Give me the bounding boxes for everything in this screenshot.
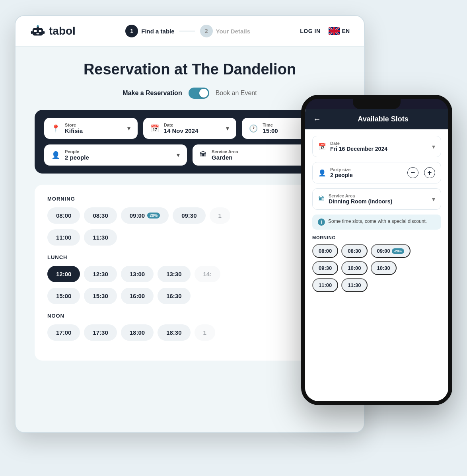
slot-1330[interactable]: 13:30 xyxy=(158,266,190,282)
slots-area: MORNING 08:00 08:30 09:00 20% 09:30 1 11… xyxy=(35,185,345,361)
store-label: Store xyxy=(65,123,123,127)
mobile-party-content: Party size 2 people xyxy=(330,167,403,178)
mobile-date-field[interactable]: 📅 Date Fri 16 December 2024 ▾ xyxy=(312,136,441,157)
people-chevron-icon: ▾ xyxy=(177,151,180,159)
slot-1530[interactable]: 15:30 xyxy=(84,288,117,304)
lang-label: EN xyxy=(342,28,350,34)
mobile-date-content: Date Fri 16 December 2024 xyxy=(330,141,428,152)
morning-row-2: 11:00 11:30 xyxy=(47,229,332,246)
svg-rect-6 xyxy=(31,31,33,34)
app-header: tabol 1 Find a table 2 Your Details xyxy=(16,16,364,47)
svg-rect-2 xyxy=(39,30,41,32)
mode-toggle[interactable] xyxy=(189,88,209,99)
mobile-slot-0930[interactable]: 09:30 xyxy=(312,261,338,275)
slot-1230[interactable]: 12:30 xyxy=(84,266,117,282)
mobile-morning-title: MORNING xyxy=(312,235,441,240)
scene: tabol 1 Find a table 2 Your Details xyxy=(15,15,452,461)
mobile-morning-row-2: 09:30 10:00 10:30 xyxy=(312,261,441,275)
slot-0930[interactable]: 09:30 xyxy=(173,207,205,224)
morning-title: MORNING xyxy=(47,196,332,202)
mobile-service-field[interactable]: 🏛 Service Area Dinning Room (Indoors) ▾ xyxy=(312,188,441,210)
noon-section: NOON 17:00 17:30 18:00 18:30 1 xyxy=(47,313,332,341)
steps-indicator: 1 Find a table 2 Your Details xyxy=(88,25,287,37)
date-filter[interactable]: 📅 Date 14 Nov 2024 ▾ xyxy=(143,118,237,139)
phone-notch xyxy=(353,99,401,109)
mobile-date-chevron-icon: ▾ xyxy=(432,143,435,150)
mobile-slot-0830[interactable]: 08:30 xyxy=(341,244,367,258)
slot-1130[interactable]: 11:30 xyxy=(84,229,117,246)
stepper-plus[interactable]: + xyxy=(424,167,435,178)
slot-1100[interactable]: 11:00 xyxy=(47,229,80,246)
mobile-service-label: Service Area xyxy=(329,193,428,198)
date-value: 14 Nov 2024 xyxy=(164,127,222,134)
slot-14-extra[interactable]: 14: xyxy=(195,266,221,282)
toggle-right-label: Book an Event xyxy=(216,90,257,97)
people-filter[interactable]: 👤 People 2 people ▾ xyxy=(44,144,187,166)
people-icon: 👤 xyxy=(51,151,60,160)
filter-bar: 📍 Store Kifisia ▾ 📅 Date 14 Nov 2024 xyxy=(35,110,345,174)
slot-0800[interactable]: 08:00 xyxy=(47,207,80,224)
slot-1630[interactable]: 16:30 xyxy=(158,288,190,304)
mobile-service-icon: 🏛 xyxy=(318,195,325,203)
slot-1600[interactable]: 16:00 xyxy=(121,288,154,304)
toggle-left-label: Make a Reservation xyxy=(123,90,182,97)
mobile-date-value: Fri 16 December 2024 xyxy=(330,146,428,152)
slot-0830[interactable]: 08:30 xyxy=(84,207,117,224)
slot-1800[interactable]: 18:00 xyxy=(121,324,154,341)
mobile-morning-row-1: 08:00 08:30 09:00 -20% xyxy=(312,244,441,258)
people-info: People 2 people xyxy=(65,149,172,161)
stepper-minus[interactable]: − xyxy=(407,167,418,178)
mobile-slot-1030[interactable]: 10:30 xyxy=(371,261,397,275)
step2-circle: 2 xyxy=(200,25,213,37)
slot-1830[interactable]: 18:30 xyxy=(158,324,190,341)
mobile-slot-0900[interactable]: 09:00 -20% xyxy=(371,244,411,258)
store-filter[interactable]: 📍 Store Kifisia ▾ xyxy=(44,118,138,139)
morning-row-1: 08:00 08:30 09:00 20% 09:30 1 xyxy=(47,207,332,224)
mobile-slot-1000[interactable]: 10:00 xyxy=(341,261,367,275)
mobile-slot-1130[interactable]: 11:30 xyxy=(341,278,367,292)
logo: tabol xyxy=(30,23,76,39)
step-1: 1 Find a table xyxy=(125,25,174,37)
step-2: 2 Your Details xyxy=(200,25,250,37)
uk-flag-icon xyxy=(329,27,340,35)
logo-text: tabol xyxy=(49,25,76,37)
step1-circle: 1 xyxy=(125,25,138,37)
header-right: LOG IN EN xyxy=(300,27,350,35)
slot-1700[interactable]: 17:00 xyxy=(47,324,80,341)
location-icon: 📍 xyxy=(51,124,60,133)
slot-0900[interactable]: 09:00 20% xyxy=(121,207,169,224)
people-value: 2 people xyxy=(65,154,172,161)
mobile-badge-0900: -20% xyxy=(392,248,404,254)
mobile-people-icon: 👤 xyxy=(318,169,326,177)
mobile-party-field: 👤 Party size 2 people − + xyxy=(312,162,441,183)
mobile-slot-0800[interactable]: 08:00 xyxy=(312,244,338,258)
noon-title: NOON xyxy=(47,313,332,319)
svg-point-5 xyxy=(37,25,39,27)
mobile-service-content: Service Area Dinning Room (Indoors) xyxy=(329,193,428,205)
lunch-section: LUNCH 12:00 12:30 13:00 13:30 14: 15:00 … xyxy=(47,254,332,304)
mobile-info-banner: i Some time slots, come with a special d… xyxy=(312,215,441,230)
slot-1300[interactable]: 13:00 xyxy=(121,266,154,282)
mobile-service-value: Dinning Room (Indoors) xyxy=(329,198,428,205)
date-info: Date 14 Nov 2024 xyxy=(164,123,222,134)
slot-noon-extra[interactable]: 1 xyxy=(195,324,215,341)
filter-row-1: 📍 Store Kifisia ▾ 📅 Date 14 Nov 2024 xyxy=(44,118,335,139)
slot-extra[interactable]: 1 xyxy=(210,207,230,224)
page-title: Reservation at The Dandelion xyxy=(35,61,345,78)
phone-screen: ← Available Slots 📅 Date Fri 16 December… xyxy=(305,109,448,401)
mobile-calendar-icon: 📅 xyxy=(318,143,326,150)
language-selector[interactable]: EN xyxy=(329,27,350,35)
mobile-slot-1100[interactable]: 11:00 xyxy=(312,278,338,292)
slot-1200[interactable]: 12:00 xyxy=(47,266,80,282)
mobile-service-chevron-icon: ▾ xyxy=(432,195,435,203)
mobile-stepper: − + xyxy=(407,167,435,178)
back-button[interactable]: ← xyxy=(313,115,321,124)
phone-header: ← Available Slots xyxy=(305,109,448,129)
slot-1500[interactable]: 15:00 xyxy=(47,288,80,304)
mobile-party-label: Party size xyxy=(330,167,403,172)
slot-1730[interactable]: 17:30 xyxy=(84,324,117,341)
login-button[interactable]: LOG IN xyxy=(300,28,320,34)
store-value: Kifisia xyxy=(65,127,123,134)
people-label: People xyxy=(65,149,172,154)
logo-icon xyxy=(30,23,46,39)
